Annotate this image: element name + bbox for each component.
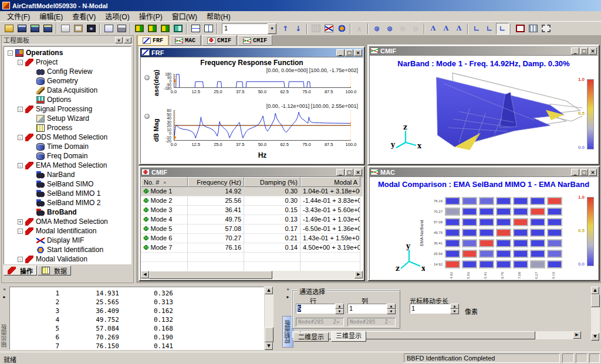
table-row[interactable]: ΦMode 670.270.211.43e-01 + 1.59e+01 [141,234,363,243]
tree-toggle[interactable]: - [8,50,13,56]
close-icon[interactable]: × [589,47,597,55]
panel-tab-数据[interactable]: 数据 [38,266,71,275]
output-panel-tab[interactable]: 输出面板 [0,324,9,348]
col-spinner[interactable]: 1 ▲▼ [347,304,396,314]
phase-plot-selector[interactable] [144,75,150,80]
chevron-down-icon[interactable]: ▾ [268,23,276,34]
snapshot-button[interactable] [85,23,97,35]
axis-style-1-button[interactable]: ∟ [470,23,483,35]
table-row[interactable]: ΦMode 336.410.15-3.43e-01 + 5.60e+00 [141,206,363,215]
scroll-down-icon[interactable]: ▼ [591,333,599,341]
tree-item-broband[interactable]: BroBand [4,207,131,217]
tree-item-selband-mimo-2[interactable]: SelBand MIMO 2 [4,198,131,207]
zoom-dynamic-button[interactable]: ⊕ [383,23,396,35]
tree-item-setup-wizard[interactable]: Setup Wizard [4,114,131,123]
spin-up-icon[interactable]: ▲ [335,304,344,309]
collapse-chevron-button[interactable]: ∧ [353,23,366,35]
output-vscrollbar[interactable]: ▲ ▼ [265,287,274,350]
tree-item-freq-domain[interactable]: Freq Domain [4,151,131,161]
table-row[interactable]: ΦMode 449.750.13-1.49e-01 + 1.03e+01 [141,215,363,224]
cmif-hscrollbar[interactable]: ◀ ▶ [141,271,363,279]
tree-item-mac[interactable]: MAC [4,264,131,264]
close-icon[interactable]: × [354,49,362,56]
selection-box-button[interactable] [539,23,552,35]
menu-item-h[interactable]: 帮助(H) [202,11,235,22]
tree-item-signal-processing[interactable]: -Signal Processing [4,104,131,114]
table-row[interactable]: ΦMode 557.080.17-6.50e-01 + 1.36e+01 [141,224,363,234]
menu-item-p[interactable]: 操作(P) [134,11,167,22]
tree-item-process[interactable]: Process [4,123,131,132]
tree-item-operations[interactable]: -Operations [4,48,131,57]
cmif-table-titlebar[interactable]: Φ CMIF _ □ × [140,168,363,176]
zoom-out-button[interactable]: ⊖ [396,23,409,35]
model-viewport[interactable]: NarBand : Mode 1 - Freq. 14.92Hz, Damp. … [369,55,598,164]
menu-item-v[interactable]: 查看(V) [67,11,100,22]
tree-item-config-review[interactable]: Config Review [4,67,131,76]
paste-button[interactable] [72,23,85,35]
phase-plot[interactable] [174,74,351,88]
scroll-thumb[interactable] [591,294,600,307]
close-icon[interactable]: × [285,287,291,293]
peak-pick-1-button[interactable]: Λ [427,23,440,35]
mag-plot-selector[interactable] [144,114,150,119]
tree-item-display-mif[interactable]: Display MIF [4,236,131,245]
save-button[interactable] [15,23,28,35]
layout-single-button[interactable] [171,23,184,35]
column-header-no-[interactable]: No. # ▲ [141,177,188,187]
identify-spark-button[interactable] [335,23,348,35]
tree-item-ema-method-selection[interactable]: -EMA Method Selection [4,161,131,170]
table-row[interactable]: ΦMode 225.560.30-1.44e-01 + 3.83e+00 [141,196,363,206]
close-icon[interactable]: × [1,287,8,293]
expand-icon[interactable]: ▸ [285,294,291,301]
column-header-modal-a[interactable]: Modal A [300,177,360,187]
page-combo[interactable]: 1▾ [222,23,276,35]
frf-window-titlebar[interactable]: FRF _ □ × [140,48,363,57]
tree-item-project[interactable]: -Project [4,57,131,67]
layout-stack-button[interactable] [146,23,158,35]
table-row[interactable]: ΦMode 114.920.301.04e-01 + 3.18e+00 [141,187,363,196]
scroll-left-icon[interactable]: ◀ [141,271,149,278]
tree-toggle[interactable]: - [18,107,23,112]
tree-toggle[interactable]: + [18,219,23,224]
scroll-up-icon[interactable]: ▲ [591,287,599,294]
tree-item-selband-simo[interactable]: SelBand SIMO [4,179,131,189]
tree-item-geometry[interactable]: Geometry [4,76,131,86]
column-header-frequency-hz-[interactable]: Frequency (Hz) [188,177,244,187]
spin-up-icon[interactable]: ▲ [450,304,459,309]
export-button[interactable] [28,23,41,35]
menu-item-f[interactable]: 文件(F) [2,11,35,22]
scroll-up-icon[interactable]: ▲ [265,287,273,294]
axis-style-3-button[interactable]: ∟ [496,23,509,35]
minimize-icon[interactable]: _ [336,49,345,56]
document-tab-mac[interactable]: MAC [170,35,201,46]
document-tab-cmif[interactable]: ΦCMIF [202,35,237,46]
process-grid-button[interactable] [309,23,322,35]
axis-style-2-button[interactable]: ∟ [483,23,496,35]
col-spinner-value[interactable]: 1 [347,304,387,314]
minimize-icon[interactable]: _ [336,169,345,176]
tree-toggle[interactable]: - [18,60,23,65]
display-tab-3d[interactable]: 三维显示 [331,331,366,342]
spin-down-icon[interactable]: ▼ [335,309,344,314]
spin-up-icon[interactable]: ▲ [387,304,396,309]
tree-toggle[interactable]: - [18,257,23,262]
scroll-thumb[interactable] [265,327,274,342]
print-preview-button[interactable] [102,23,115,35]
peak-pick-2-button[interactable]: Λ [440,23,453,35]
split-vertical-button[interactable] [202,23,215,35]
menu-item-o[interactable]: 选项(O) [100,11,134,22]
mag-plot[interactable] [174,110,351,141]
tree-item-modal-validation[interactable]: -Modal Validation [4,254,131,264]
cursor-step-value[interactable]: 1 [410,304,450,314]
matrix-view-button[interactable] [514,23,526,35]
move-up-button[interactable]: ↑ [279,23,292,35]
layout-overlay-button[interactable] [133,23,146,35]
mif-curves-button[interactable] [322,23,335,35]
zoom-reset-button[interactable]: ⊖ [409,23,422,35]
panel-tab-操作[interactable]: 操作 [4,266,37,275]
tree-item-modal-identification[interactable]: -Modal Identification [4,226,131,236]
tree-item-options[interactable]: Options [4,95,131,104]
cursor-step-spinner[interactable]: 1 ▲▼ [410,304,459,314]
print-button[interactable] [115,23,128,35]
save-all-button[interactable] [41,23,54,35]
